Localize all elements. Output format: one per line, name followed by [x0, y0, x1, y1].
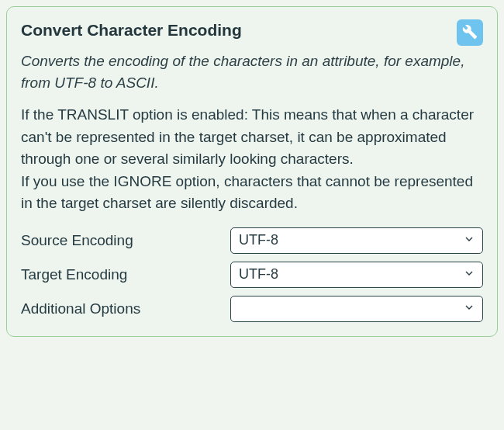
- source-encoding-select[interactable]: [230, 227, 483, 254]
- source-encoding-label: Source Encoding: [21, 232, 230, 249]
- target-encoding-label: Target Encoding: [21, 266, 230, 283]
- card-subtitle: Converts the encoding of the characters …: [21, 50, 483, 93]
- card-description: If the TRANSLIT option is enabled: This …: [21, 104, 483, 215]
- card-title: Convert Character Encoding: [21, 19, 242, 40]
- additional-options-label: Additional Options: [21, 300, 230, 317]
- convert-encoding-card: Convert Character Encoding Converts the …: [6, 6, 498, 337]
- additional-options-select[interactable]: [230, 296, 483, 322]
- source-encoding-row: Source Encoding: [21, 227, 483, 254]
- target-encoding-row: Target Encoding: [21, 262, 483, 288]
- card-header: Convert Character Encoding: [21, 19, 483, 46]
- source-encoding-select-wrapper: [230, 227, 483, 254]
- target-encoding-select[interactable]: [230, 262, 483, 288]
- wrench-icon: [462, 24, 478, 42]
- settings-button[interactable]: [457, 19, 483, 46]
- additional-options-select-wrapper: [230, 296, 483, 322]
- target-encoding-select-wrapper: [230, 262, 483, 288]
- additional-options-row: Additional Options: [21, 296, 483, 322]
